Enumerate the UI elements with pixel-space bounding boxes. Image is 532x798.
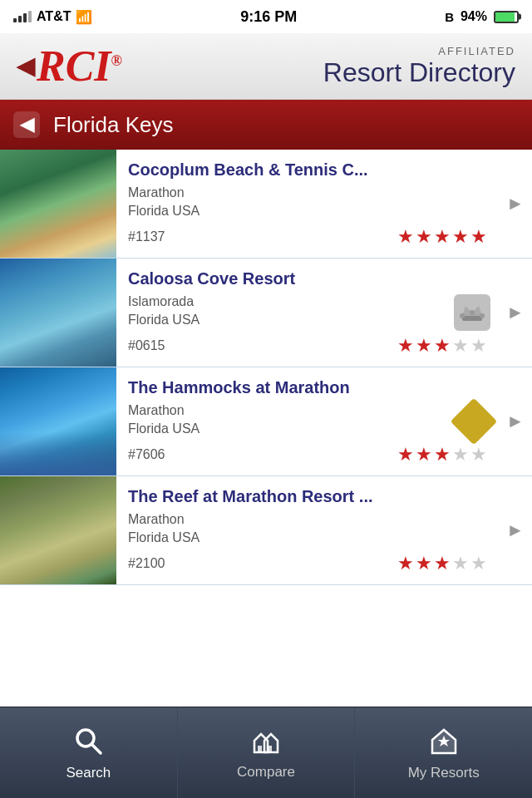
star-5: ★ xyxy=(470,553,487,574)
resort-name-0: Cocoplum Beach & Tennis C... xyxy=(128,160,487,180)
star-3: ★ xyxy=(434,444,451,466)
resort-id-1: #0615 xyxy=(128,338,165,353)
resort-id-2: #7606 xyxy=(128,447,165,462)
resort-bottom-3: #2100 ★ ★ ★ ★ ★ xyxy=(128,553,487,574)
diamond-icon xyxy=(451,398,498,446)
resort-name-3: The Reef at Marathon Resort ... xyxy=(128,486,487,506)
resort-info-0: Cocoplum Beach & Tennis C... Marathon Fl… xyxy=(116,150,499,258)
resort-country-0: Florida USA xyxy=(128,204,487,219)
rci-logo: ◀ RCI® xyxy=(17,45,122,88)
svg-rect-9 xyxy=(258,746,262,752)
rci-arrow-icon: ◀ xyxy=(17,52,35,80)
tab-compare[interactable]: Compare xyxy=(178,707,356,798)
star-5: ★ xyxy=(470,335,487,357)
star-2: ★ xyxy=(416,335,432,357)
star-5: ★ xyxy=(470,444,487,466)
star-1: ★ xyxy=(397,444,414,466)
directory-title: Resort Directory xyxy=(323,57,515,88)
stars-1: ★ ★ ★ ★ ★ xyxy=(397,335,487,357)
stars-3: ★ ★ ★ ★ ★ xyxy=(397,553,487,574)
resort-item-2[interactable]: The Hammocks at Marathon Marathon Florid… xyxy=(0,367,532,476)
resort-country-2: Florida USA xyxy=(128,421,487,436)
status-left: AT&T 📶 xyxy=(13,9,92,25)
diamond-badge-2 xyxy=(457,405,490,438)
search-icon xyxy=(72,725,104,760)
star-4: ★ xyxy=(452,553,469,574)
compare-icon xyxy=(249,726,283,759)
resort-image-3 xyxy=(0,476,116,584)
myresorts-tab-label: My Resorts xyxy=(408,765,480,781)
chevron-right-3: ► xyxy=(499,476,532,584)
resort-city-2: Marathon xyxy=(128,403,487,418)
time-display: 9:16 PM xyxy=(240,8,297,26)
resort-country-1: Florida USA xyxy=(128,313,487,328)
tab-myresorts[interactable]: My Resorts xyxy=(355,707,532,798)
star-4: ★ xyxy=(452,226,469,248)
resort-info-2: The Hammocks at Marathon Marathon Florid… xyxy=(116,367,499,475)
battery-percent: 94% xyxy=(461,9,487,24)
app-header: ◀ RCI® AFFILIATED Resort Directory xyxy=(0,33,532,100)
star-1: ★ xyxy=(397,226,414,248)
star-2: ★ xyxy=(416,553,432,574)
resort-image-1 xyxy=(0,259,116,367)
tab-search[interactable]: Search xyxy=(0,707,178,798)
compare-tab-label: Compare xyxy=(237,764,295,781)
star-2: ★ xyxy=(416,444,432,466)
affiliated-label: AFFILIATED xyxy=(323,45,515,57)
rci-brand-text: RCI® xyxy=(37,45,122,88)
wifi-icon: 📶 xyxy=(76,9,92,25)
resort-name-2: The Hammocks at Marathon xyxy=(128,377,487,397)
signal-bars xyxy=(13,11,32,22)
resort-city-3: Marathon xyxy=(128,512,487,527)
svg-line-6 xyxy=(92,744,101,753)
resort-country-3: Florida USA xyxy=(128,530,487,545)
back-arrow-icon: ◀ xyxy=(20,114,34,135)
star-4: ★ xyxy=(452,444,469,466)
star-1: ★ xyxy=(397,553,414,574)
star-1: ★ xyxy=(397,335,414,357)
nav-title: Florida Keys xyxy=(53,112,174,138)
resort-bottom-1: #0615 ★ ★ ★ ★ ★ xyxy=(128,335,487,357)
carrier-label: AT&T xyxy=(37,9,71,24)
star-2: ★ xyxy=(416,226,432,248)
resort-id-3: #2100 xyxy=(128,556,165,571)
chevron-right-2: ► xyxy=(499,367,532,475)
svg-rect-10 xyxy=(268,746,272,752)
status-right: B 94% xyxy=(445,9,519,24)
resort-id-0: #1137 xyxy=(128,229,165,244)
myresorts-icon xyxy=(428,725,460,760)
stars-2: ★ ★ ★ ★ ★ xyxy=(397,444,487,466)
svg-point-3 xyxy=(470,310,475,315)
chevron-right-1: ► xyxy=(499,259,532,367)
resort-info-1: Caloosa Cove Resort Islamorada Florida U… xyxy=(116,259,499,367)
svg-point-4 xyxy=(480,313,485,318)
star-4: ★ xyxy=(452,335,469,357)
resort-bottom-0: #1137 ★ ★ ★ ★ ★ xyxy=(128,226,487,248)
crown-icon xyxy=(454,294,490,331)
resort-item-1[interactable]: Caloosa Cove Resort Islamorada Florida U… xyxy=(0,259,532,367)
resort-city-0: Marathon xyxy=(128,185,487,200)
back-button[interactable]: ◀ xyxy=(13,111,40,138)
header-title-group: AFFILIATED Resort Directory xyxy=(323,45,515,88)
resort-list: Cocoplum Beach & Tennis C... Marathon Fl… xyxy=(0,150,532,585)
resort-item-0[interactable]: Cocoplum Beach & Tennis C... Marathon Fl… xyxy=(0,150,532,259)
star-5: ★ xyxy=(470,226,487,248)
resort-info-3: The Reef at Marathon Resort ... Marathon… xyxy=(116,476,499,584)
resort-name-1: Caloosa Cove Resort xyxy=(128,268,487,288)
star-3: ★ xyxy=(434,553,451,574)
resort-image-0 xyxy=(0,150,116,258)
battery-indicator xyxy=(494,11,519,23)
resort-city-1: Islamorada xyxy=(128,294,487,309)
search-tab-label: Search xyxy=(66,765,111,781)
crown-badge-1 xyxy=(454,294,490,331)
chevron-right-0: ► xyxy=(499,150,532,258)
status-bar: AT&T 📶 9:16 PM B 94% xyxy=(0,0,532,33)
star-3: ★ xyxy=(434,335,451,357)
stars-0: ★ ★ ★ ★ ★ xyxy=(397,226,487,248)
star-3: ★ xyxy=(434,226,451,248)
svg-point-2 xyxy=(460,313,465,318)
resort-bottom-2: #7606 ★ ★ ★ ★ ★ xyxy=(128,444,487,466)
nav-bar: ◀ Florida Keys xyxy=(0,100,532,150)
svg-rect-0 xyxy=(462,316,482,321)
resort-item-3[interactable]: The Reef at Marathon Resort ... Marathon… xyxy=(0,476,532,585)
